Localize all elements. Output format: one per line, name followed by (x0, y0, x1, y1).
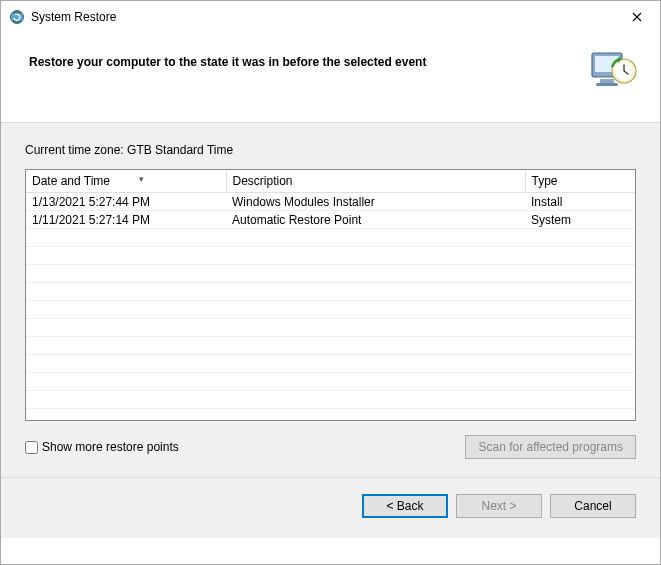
wizard-heading: Restore your computer to the state it wa… (29, 49, 426, 69)
table-row-empty: . (26, 319, 635, 337)
table-row[interactable]: 1/11/2021 5:27:14 PM Automatic Restore P… (26, 211, 635, 229)
wizard-footer: < Back Next > Cancel (1, 477, 660, 538)
restore-points-table[interactable]: Date and Time ▾ Description Type 1/13/20… (25, 169, 636, 421)
back-button[interactable]: < Back (362, 494, 448, 518)
show-more-checkbox[interactable] (25, 441, 38, 454)
table-row-empty: . (26, 301, 635, 319)
table-controls: Show more restore points Scan for affect… (25, 435, 636, 459)
column-header-date[interactable]: Date and Time ▾ (26, 170, 226, 193)
wizard-header: Restore your computer to the state it wa… (1, 33, 660, 123)
column-header-description[interactable]: Description (226, 170, 525, 193)
table-row-empty: . (26, 391, 635, 409)
svg-rect-3 (600, 79, 614, 83)
close-button[interactable] (614, 1, 660, 33)
show-more-checkbox-label[interactable]: Show more restore points (25, 440, 179, 454)
restore-clock-icon (590, 49, 638, 89)
svg-rect-4 (596, 83, 618, 86)
table-row-empty: . (26, 283, 635, 301)
system-restore-icon (9, 9, 25, 25)
window-title: System Restore (31, 10, 614, 24)
next-button: Next > (456, 494, 542, 518)
scan-affected-button: Scan for affected programs (465, 435, 636, 459)
table-row-empty: . (26, 265, 635, 283)
titlebar: System Restore (1, 1, 660, 33)
column-header-type[interactable]: Type (525, 170, 635, 193)
table-row[interactable]: 1/13/2021 5:27:44 PM Windows Modules Ins… (26, 193, 635, 211)
table-row-empty: . (26, 337, 635, 355)
table-row-empty: . (26, 355, 635, 373)
wizard-body: Current time zone: GTB Standard Time Dat… (1, 123, 660, 477)
timezone-label: Current time zone: GTB Standard Time (25, 143, 636, 157)
cancel-button[interactable]: Cancel (550, 494, 636, 518)
table-row-empty: . (26, 229, 635, 247)
sort-indicator-icon: ▾ (139, 174, 144, 184)
table-row-empty: . (26, 373, 635, 391)
table-row-empty: . (26, 247, 635, 265)
